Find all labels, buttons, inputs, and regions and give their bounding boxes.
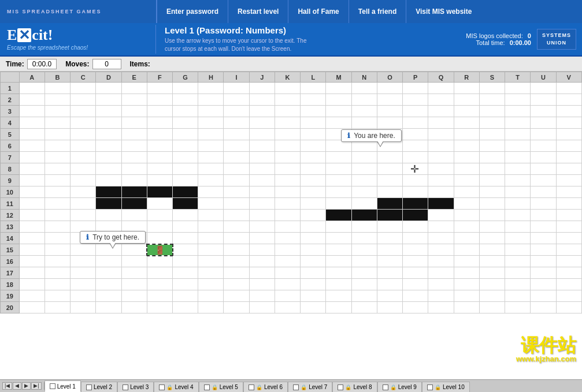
cell-4-L[interactable] (301, 117, 326, 129)
cell-3-B[interactable] (45, 106, 70, 117)
cell-15-B[interactable] (45, 244, 70, 256)
cell-12-U[interactable] (531, 210, 556, 221)
cell-14-Q[interactable] (428, 233, 454, 244)
tab-checkbox-4[interactable] (159, 384, 165, 390)
cell-13-M[interactable] (326, 221, 351, 233)
cell-19-O[interactable] (377, 290, 402, 302)
cell-3-V[interactable] (556, 106, 581, 117)
cell-14-I[interactable] (224, 233, 249, 244)
cell-10-Q[interactable] (428, 186, 454, 198)
cell-18-V[interactable] (556, 279, 581, 290)
cell-8-O[interactable] (377, 163, 402, 175)
cell-16-F[interactable] (147, 256, 172, 267)
cell-20-U[interactable] (531, 302, 556, 313)
cell-2-N[interactable] (351, 94, 377, 106)
hall-of-fame-button[interactable]: Hall of Fame (288, 0, 349, 23)
cell-15-S[interactable] (479, 244, 505, 256)
cell-12-V[interactable] (556, 210, 581, 221)
cell-12-K[interactable] (275, 210, 300, 221)
cell-19-K[interactable] (275, 290, 300, 302)
tab-checkbox-7[interactable] (293, 384, 299, 390)
cell-7-V[interactable] (556, 152, 581, 163)
cell-6-U[interactable] (531, 140, 556, 152)
cell-1-N[interactable] (351, 83, 377, 94)
cell-20-I[interactable] (224, 302, 249, 313)
cell-14-U[interactable] (531, 233, 556, 244)
cell-8-L[interactable] (301, 163, 326, 175)
cell-17-M[interactable] (326, 267, 351, 279)
cell-19-A[interactable] (19, 290, 45, 302)
cell-11-A[interactable] (19, 198, 45, 210)
cell-15-I[interactable] (224, 244, 249, 256)
cell-13-Q[interactable] (428, 221, 454, 233)
cell-11-T[interactable] (505, 198, 531, 210)
visit-mis-button[interactable]: Visit MIS website (406, 0, 481, 23)
cell-5-C[interactable] (71, 129, 96, 140)
cell-18-J[interactable] (249, 279, 275, 290)
cell-2-E[interactable] (121, 94, 147, 106)
cell-19-F[interactable] (147, 290, 172, 302)
cell-20-P[interactable] (403, 302, 428, 313)
cell-6-V[interactable] (556, 140, 581, 152)
cell-2-U[interactable] (531, 94, 556, 106)
cell-11-M[interactable] (326, 198, 351, 210)
cell-16-V[interactable] (556, 256, 581, 267)
cell-2-I[interactable] (224, 94, 249, 106)
cell-10-G[interactable] (173, 186, 198, 198)
cell-12-D[interactable] (96, 210, 121, 221)
cell-9-V[interactable] (556, 175, 581, 186)
cell-20-E[interactable] (121, 302, 147, 313)
cell-20-S[interactable] (479, 302, 505, 313)
cell-12-R[interactable] (454, 210, 479, 221)
cell-12-B[interactable] (45, 210, 70, 221)
cell-18-U[interactable] (531, 279, 556, 290)
cell-7-B[interactable] (45, 152, 70, 163)
cell-12-S[interactable] (479, 210, 505, 221)
cell-17-H[interactable] (198, 267, 224, 279)
cell-11-N[interactable] (351, 198, 377, 210)
cell-18-S[interactable] (479, 279, 505, 290)
cell-9-U[interactable] (531, 175, 556, 186)
cell-11-G[interactable] (173, 198, 198, 210)
cell-9-K[interactable] (275, 175, 300, 186)
cell-14-V[interactable] (556, 233, 581, 244)
cell-4-K[interactable] (275, 117, 300, 129)
cell-4-S[interactable] (479, 117, 505, 129)
cell-5-T[interactable] (505, 129, 531, 140)
cell-13-P[interactable] (403, 221, 428, 233)
cell-10-C[interactable] (71, 186, 96, 198)
tab-checkbox-8[interactable] (338, 384, 343, 390)
cell-12-C[interactable] (71, 210, 96, 221)
cell-17-K[interactable] (275, 267, 300, 279)
cell-10-I[interactable] (224, 186, 249, 198)
cell-17-G[interactable] (173, 267, 198, 279)
tab-level-1[interactable]: Level 1 (45, 380, 81, 392)
cell-17-E[interactable] (121, 267, 147, 279)
cell-8-B[interactable] (45, 163, 70, 175)
cell-17-P[interactable] (403, 267, 428, 279)
cell-15-V[interactable] (556, 244, 581, 256)
cell-17-L[interactable] (301, 267, 326, 279)
cell-3-U[interactable] (531, 106, 556, 117)
cell-16-M[interactable] (326, 256, 351, 267)
cell-4-D[interactable] (96, 117, 121, 129)
cell-1-B[interactable] (45, 83, 70, 94)
cell-17-J[interactable] (249, 267, 275, 279)
cell-18-G[interactable] (173, 279, 198, 290)
cell-18-Q[interactable] (428, 279, 454, 290)
cell-2-L[interactable] (301, 94, 326, 106)
cell-14-P[interactable] (403, 233, 428, 244)
cell-2-G[interactable] (173, 94, 198, 106)
cell-7-T[interactable] (505, 152, 531, 163)
cell-5-A[interactable] (19, 129, 45, 140)
cell-14-K[interactable] (275, 233, 300, 244)
cell-5-J[interactable] (249, 129, 275, 140)
tab-checkbox-5[interactable] (204, 384, 210, 390)
tab-level-3[interactable]: Level 3 (117, 382, 154, 392)
cell-12-P[interactable] (403, 210, 428, 221)
cell-20-G[interactable] (173, 302, 198, 313)
cell-16-G[interactable] (173, 256, 198, 267)
cell-2-M[interactable] (326, 94, 351, 106)
cell-13-N[interactable] (351, 221, 377, 233)
cell-4-I[interactable] (224, 117, 249, 129)
